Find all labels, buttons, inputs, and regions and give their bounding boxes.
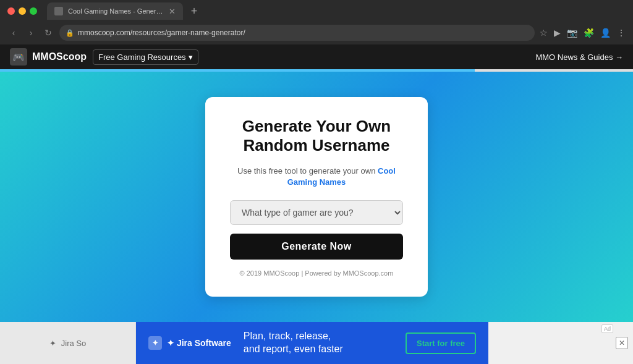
browser-actions: ☆ ▶ 📷 🧩 👤 ⋮ bbox=[540, 28, 626, 38]
site-navbar: 🎮 MMOScoop Free Gaming Resources ▾ MMO N… bbox=[0, 44, 633, 69]
ad-cta-button[interactable]: Start for free bbox=[406, 332, 476, 354]
lock-icon: 🔒 bbox=[66, 29, 74, 37]
bookmark-icon[interactable]: ☆ bbox=[540, 28, 548, 38]
main-content: Generate Your OwnRandom Username Use thi… bbox=[0, 72, 633, 322]
address-text: mmoscoop.com/resources/gamer-name-genera… bbox=[78, 28, 529, 37]
browser-tab[interactable]: Cool Gaming Names - Genera... ✕ bbox=[47, 2, 183, 20]
jira-diamond-icon: ✦ bbox=[148, 336, 162, 350]
ad-jira-logo: ✦ ✦ Jira Software bbox=[148, 336, 231, 350]
card-title: Generate Your OwnRandom Username bbox=[230, 117, 403, 155]
menu-label: Free Gaming Resources bbox=[98, 53, 186, 62]
close-btn[interactable] bbox=[7, 7, 15, 15]
ad-main: ✦ ✦ Jira Software Plan, track, release,a… bbox=[136, 322, 488, 364]
free-gaming-resources-menu[interactable]: Free Gaming Resources ▾ bbox=[93, 49, 198, 65]
minimize-btn[interactable] bbox=[19, 7, 26, 15]
refresh-button[interactable]: ↻ bbox=[42, 28, 54, 38]
card-footer: © 2019 MMOScoop | Powered by MMOScoop.co… bbox=[230, 269, 403, 277]
logo-text: MMOScoop bbox=[32, 51, 87, 62]
screenshot-icon[interactable]: 📷 bbox=[567, 28, 577, 38]
address-bar[interactable]: 🔒 mmoscoop.com/resources/gamer-name-gene… bbox=[59, 25, 535, 41]
ad-headline: Plan, track, release,and report, even fa… bbox=[244, 330, 393, 356]
jira-icon-left: ✦ bbox=[49, 339, 56, 348]
ad-close-button[interactable]: ✕ bbox=[616, 337, 628, 349]
chevron-down-icon: ▾ bbox=[189, 53, 193, 62]
browser-chrome: Cool Gaming Names - Genera... ✕ + ‹ › ↻ … bbox=[0, 0, 633, 44]
window-controls bbox=[7, 7, 37, 15]
tab-title: Cool Gaming Names - Genera... bbox=[68, 7, 164, 15]
generate-now-button[interactable]: Generate Now bbox=[230, 234, 403, 260]
jira-software-label: ✦ Jira Software bbox=[167, 338, 231, 348]
logo-icon: 🎮 bbox=[10, 48, 27, 66]
card-subtitle: Use this free tool to generate your own … bbox=[230, 166, 403, 188]
site-logo[interactable]: 🎮 MMOScoop bbox=[10, 48, 87, 66]
title-bar: Cool Gaming Names - Genera... ✕ + bbox=[0, 0, 633, 22]
extensions-icon[interactable]: 🧩 bbox=[584, 28, 594, 38]
address-bar-row: ‹ › ↻ 🔒 mmoscoop.com/resources/gamer-nam… bbox=[0, 22, 633, 44]
tab-close-icon[interactable]: ✕ bbox=[169, 7, 176, 16]
ad-banner: ✦ Jira So ✦ ✦ Jira Software Plan, track,… bbox=[0, 322, 633, 364]
gamer-type-select[interactable]: What type of gamer are you? RPG Gamer FP… bbox=[230, 200, 403, 225]
cast-icon[interactable]: ▶ bbox=[554, 28, 561, 38]
nav-left: 🎮 MMOScoop Free Gaming Resources ▾ bbox=[10, 48, 198, 66]
ad-left-stub: ✦ Jira So bbox=[0, 322, 136, 364]
maximize-btn[interactable] bbox=[30, 7, 37, 15]
profile-icon[interactable]: 👤 bbox=[600, 28, 611, 38]
jira-label-left: Jira So bbox=[61, 339, 86, 348]
forward-button[interactable]: › bbox=[25, 28, 37, 38]
tab-favicon bbox=[54, 7, 63, 15]
new-tab-button[interactable]: + bbox=[187, 5, 202, 18]
generator-card: Generate Your OwnRandom Username Use thi… bbox=[205, 97, 428, 297]
mmo-news-link[interactable]: MMO News & Guides → bbox=[535, 53, 623, 62]
menu-icon[interactable]: ⋮ bbox=[617, 28, 626, 38]
ad-badge: Ad bbox=[601, 324, 613, 333]
back-button[interactable]: ‹ bbox=[7, 28, 20, 38]
tab-bar: Cool Gaming Names - Genera... ✕ + bbox=[47, 2, 626, 20]
